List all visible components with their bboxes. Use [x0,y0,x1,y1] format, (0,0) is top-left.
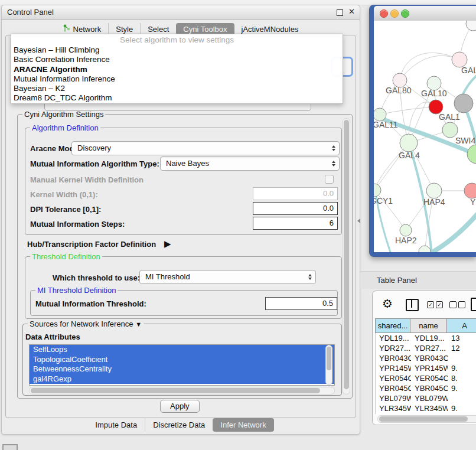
node-GAL80-label: GAL80 [386,86,412,95]
table-toolbar: ⚙ ✓✓ [373,291,476,318]
node-GAL4[interactable] [400,134,418,152]
kernel-width-label: Kernel Width (0,1): [30,190,98,199]
data-attributes-label: Data Attributes [25,332,80,341]
node-SWI4[interactable] [467,145,476,164]
deselect-all-columns-icon[interactable] [449,301,465,308]
table-cell: YBR045C [376,383,411,393]
table-cell: YER054C [411,373,448,383]
mi-threshold-input[interactable]: 0.5 [265,297,337,310]
node-HAP2[interactable] [400,224,412,236]
aracne-mode-value: Discovery [77,144,111,152]
network-canvas[interactable]: GALGAL80GAL10GAL11GAL1GAL4SWI4GCY1HAP4YH… [374,21,476,252]
table-panel-header: Table Panel [360,271,476,289]
column-header[interactable]: A [447,318,476,333]
table-cell: YDR27... [411,343,448,353]
node-HAP4[interactable] [426,183,442,198]
table-body: YDL19...YDL19...13YDR27...YDR27...12YBR0… [375,333,476,414]
which-threshold-label: Which threshold to use: [53,273,140,282]
float-window-icon[interactable] [337,9,343,16]
threshold-definition-group: Threshold Definition Which threshold to … [25,256,342,319]
threshold-definition-title: Threshold Definition [30,252,102,261]
attribute-item[interactable]: SelfLoops [30,345,334,355]
table-row[interactable]: YBR045CYBR045C9. [376,383,476,393]
dpi-tolerance-label: DPI Tolerance [0,1]: [30,205,101,214]
column-header[interactable]: name [410,318,447,333]
select-all-columns-icon[interactable]: ✓✓ [427,301,443,308]
network-window-titlebar[interactable] [374,6,476,21]
table-cell: YPR145W [376,363,411,373]
table-row[interactable]: YPR145WYPR145W9. [376,363,476,373]
cyni-algorithm-settings-group: Cyni Algorithm Settings Algorithm Defini… [17,114,353,399]
node-HAP4-label: HAP4 [423,197,445,207]
settings-scrollbar[interactable] [343,118,350,394]
table-cell: YDR27... [376,343,411,353]
table-cell: YBR043C [376,353,411,363]
table-row[interactable]: YDR27...YDR27...12 [376,343,476,353]
node-gray[interactable] [454,94,473,113]
close-icon[interactable]: ✕ [348,7,355,16]
algorithm-option[interactable]: ARACNE Algorithm [11,65,343,74]
aracne-mode-combo[interactable]: Discovery [71,141,340,155]
spinner-arrows-icon [308,274,312,280]
table-cell [448,353,476,363]
hub-expand-arrow-icon[interactable]: ▶ [164,239,171,249]
apply-button[interactable]: Apply [160,400,200,413]
algorithm-option[interactable]: Mutual Information Inference [11,74,343,84]
table-row[interactable]: YBL079WYBL079W [376,393,476,403]
dpi-tolerance-input[interactable]: 0.0 [253,202,338,215]
attribute-item[interactable]: gal4RGexp [30,374,334,384]
spinner-arrows-icon [332,145,335,151]
attribute-item[interactable]: BetweennessCentrality [30,364,334,374]
table-row[interactable]: YDL19...YDL19...13 [376,333,476,343]
data-attributes-list[interactable]: SelfLoopsTopologicalCoefficientBetweenne… [29,344,335,386]
algorithm-option[interactable]: Dream8 DC_TDC Algorithm [11,93,343,103]
node-partial-bottom[interactable] [419,246,431,252]
algorithm-option[interactable]: Basic Correlation Inference [11,55,343,64]
table-row[interactable]: YLR345WYLR345W9. [376,403,476,413]
algorithm-option[interactable]: Bayesian – K2 [11,84,343,93]
node-partial-top[interactable] [466,21,476,31]
algorithm-dropdown-popup: Select algorithm to view settings Bayesi… [11,34,343,104]
which-threshold-combo[interactable]: MI Threshold [139,270,316,284]
zoom-traffic-light-icon[interactable] [401,9,409,18]
attribute-item[interactable]: TopologicalCoefficient [30,355,334,365]
column-header[interactable]: shared... [375,318,410,333]
table-row[interactable]: YER054CYER054C8. [376,373,476,383]
table-cell: YBR043C [411,353,448,363]
algorithm-option[interactable]: Bayesian – Hill Climbing [11,45,343,55]
node-salmon[interactable] [464,183,476,198]
table-panel-title: Table Panel [377,276,417,285]
tab-discretize-data[interactable]: Discretize Data [145,418,213,432]
bottom-left-panel-icon[interactable] [2,444,18,450]
table-row[interactable]: YBR043CYBR043C [376,353,476,363]
sources-collapse-arrow-icon[interactable]: ▼ [135,321,142,328]
kernel-width-input[interactable]: 0.0 [253,187,338,200]
node-salmon-label: Y [470,197,476,207]
mi-type-label: Mutual Information Algorithm Type: [30,159,159,168]
gear-icon[interactable]: ⚙ [382,296,393,311]
table-row[interactable]: YIL052CYIL052C0. [376,413,476,414]
new-table-icon[interactable] [471,298,476,311]
sources-title-text: Sources for Network Inference [30,319,133,328]
node-GCY1[interactable] [374,184,381,197]
table-cell: YLR345W [376,403,411,413]
attributes-hscrollbar[interactable] [29,387,335,394]
network-view-window: GALGAL80GAL10GAL11GAL1GAL4SWI4GCY1HAP4YH… [369,5,476,257]
attributes-vscrollbar[interactable] [325,345,332,385]
columns-icon[interactable] [406,299,419,311]
splitter-collapse-icon[interactable] [357,219,360,223]
algorithm-dropdown-prompt: Select algorithm to view settings [11,34,343,45]
manual-kernel-checkbox[interactable] [325,175,334,184]
table-hscrollbar[interactable] [377,415,476,423]
mi-type-combo[interactable]: Naive Bayes [160,156,340,171]
table-cell: 12 [448,343,476,353]
minimize-traffic-light-icon[interactable] [390,9,399,18]
tab-impute-data[interactable]: Impute Data [87,418,145,432]
node-GAL11[interactable] [374,108,386,121]
mi-steps-input[interactable]: 6 [253,217,338,230]
table-cell: YLR345W [411,403,448,413]
close-traffic-light-icon[interactable] [380,9,388,18]
tab-infer-network[interactable]: Infer Network [213,418,273,432]
control-panel-titlebar: Control Panel ✕ [2,5,360,20]
algorithm-definition-title: Algorithm Definition [30,123,100,132]
